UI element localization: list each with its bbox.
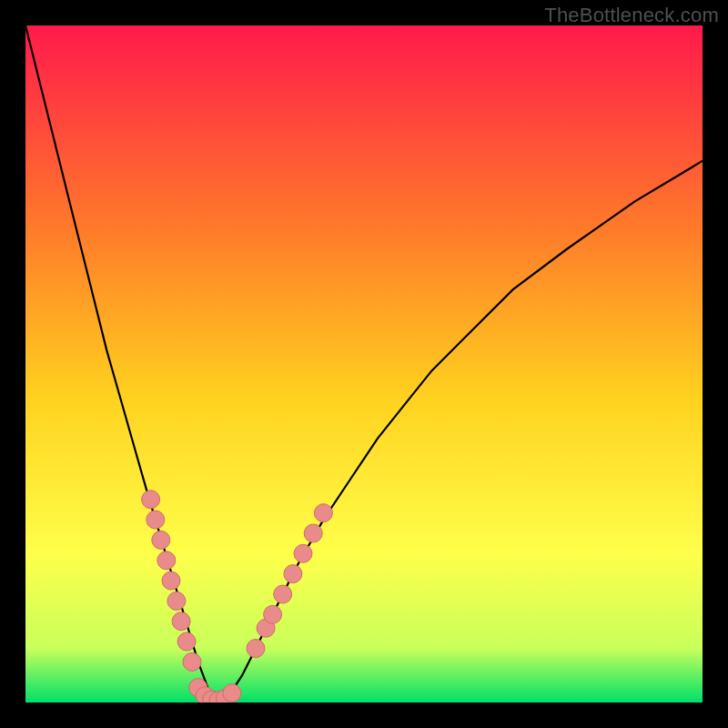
bottom-cluster-dot [223,684,241,703]
right-cluster-dot [314,504,332,522]
right-cluster-dot [304,524,322,542]
left-cluster-dot [177,632,196,651]
gradient-background [25,25,703,703]
left-cluster-dot [167,592,186,610]
right-cluster-dot [274,585,292,603]
left-cluster-dot [152,531,170,549]
right-cluster-dot [284,565,302,583]
chart-frame [25,25,703,703]
left-cluster-dot [172,612,190,631]
right-cluster-dot [264,605,282,623]
left-cluster-dot [157,551,176,570]
left-cluster-dot [147,511,165,529]
left-cluster-dot [142,490,160,509]
watermark-text: TheBottleneck.com [544,4,719,27]
left-cluster-dot [162,571,180,590]
right-cluster-dot [294,544,312,562]
right-cluster-dot [247,640,265,658]
bottleneck-chart [25,25,703,703]
left-cluster-dot [183,652,201,671]
